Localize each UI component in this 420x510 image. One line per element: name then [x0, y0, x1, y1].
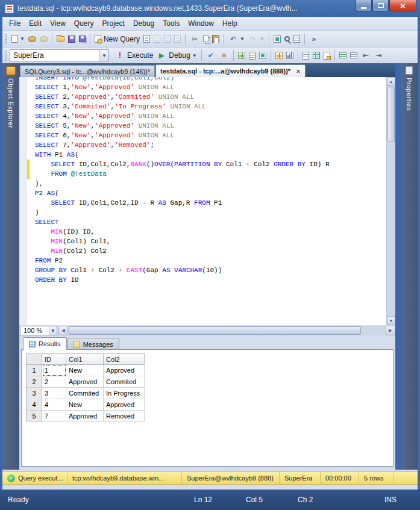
code-line[interactable]: SELECT 2,'Approved','Commited' UNION ALL	[27, 92, 386, 102]
toolbar-overflow-button[interactable]: »	[307, 33, 321, 45]
save-button[interactable]	[66, 34, 77, 44]
code-line[interactable]: FROM P2	[27, 256, 386, 266]
results-to-text-button[interactable]	[301, 51, 311, 61]
code-line[interactable]: SELECT 6,'New','Approved' UNION ALL	[27, 131, 386, 140]
code-editor[interactable]: INSERT INTO @TestData(ID,Col1,Col2)SELEC…	[19, 77, 395, 325]
scroll-right-icon[interactable]: ▶	[386, 326, 395, 335]
grid-cell[interactable]: 3	[42, 388, 66, 399]
minimize-button[interactable]	[356, 0, 372, 11]
analysis-services-query-button[interactable]	[152, 34, 162, 44]
new-query-button[interactable]: New Query	[93, 34, 142, 45]
activity-monitor-button[interactable]	[27, 35, 38, 43]
code-line[interactable]: P2 AS(	[27, 188, 386, 198]
maximize-button[interactable]	[372, 0, 389, 11]
mdx-query-button[interactable]	[162, 34, 172, 44]
code-line[interactable]: FROM @TestData	[27, 169, 386, 179]
chevron-down-icon[interactable]: ▼	[260, 36, 265, 42]
grid-cell[interactable]: 1	[42, 365, 66, 376]
tab-messages[interactable]: Messages	[67, 338, 119, 350]
code-line[interactable]: SELECT	[27, 217, 386, 227]
copy-button[interactable]	[201, 34, 210, 43]
properties-tab[interactable]: Properties	[401, 63, 418, 470]
decrease-indent-button[interactable]: ⇤	[359, 49, 372, 61]
horizontal-scroll-thumb[interactable]	[69, 326, 361, 335]
grid-cell[interactable]: New	[66, 365, 104, 376]
cancel-query-button[interactable]: ■	[218, 49, 231, 61]
grid-cell[interactable]: 4	[42, 399, 66, 411]
cut-button[interactable]: ✂	[188, 33, 201, 45]
code-line[interactable]: SELECT 4,'New','Approved' UNION ALL	[27, 111, 386, 121]
toolbar-grip[interactable]	[5, 51, 7, 61]
intellisense-enabled-button[interactable]	[272, 34, 283, 44]
debug-button[interactable]: ▶Debug▼	[155, 49, 198, 61]
code-line[interactable]: MIN(ID) ID,	[27, 227, 386, 237]
chevron-down-icon[interactable]: ▼	[99, 50, 108, 61]
grid-cell[interactable]: Approved	[66, 376, 104, 388]
grid-column-header[interactable]: Col2	[104, 353, 145, 365]
code-line[interactable]: ),	[27, 179, 386, 188]
tab-results[interactable]: Results	[23, 337, 67, 350]
grid-corner-cell[interactable]	[26, 353, 42, 365]
grid-column-header[interactable]: ID	[42, 353, 66, 365]
grid-cell[interactable]: Commited	[66, 388, 104, 399]
include-actual-plan-button[interactable]	[274, 51, 284, 60]
menu-project[interactable]: Project	[98, 17, 129, 30]
horizontal-scrollbar[interactable]: ◀ ▶	[58, 326, 395, 335]
scroll-down-icon[interactable]: ▼	[387, 316, 395, 325]
row-number[interactable]: 5	[26, 411, 42, 422]
save-all-button[interactable]	[77, 34, 87, 43]
toolbar-grip[interactable]	[5, 34, 7, 44]
menu-edit[interactable]: Edit	[25, 17, 46, 30]
chevron-down-icon[interactable]: ▼	[192, 53, 197, 58]
include-client-statistics-button[interactable]	[284, 51, 295, 60]
document-tab[interactable]: testdata.sql - tcp:...a@wvlhdcayb9 (888)…	[155, 64, 306, 77]
menu-window[interactable]: Window	[184, 17, 218, 30]
object-explorer-tab[interactable]: Object Explorer	[2, 63, 19, 470]
code-line[interactable]: MIN(Col2) Col2	[27, 246, 386, 256]
available-databases-button[interactable]	[38, 35, 49, 43]
zoom-selector[interactable]: 100 % ▼	[20, 326, 57, 335]
code-line[interactable]: MIN(Col1) Col1,	[27, 237, 386, 246]
horizontal-scroll-track[interactable]	[68, 326, 386, 335]
edit-intellisense-button[interactable]	[257, 51, 268, 60]
code-line[interactable]: SELECT 7,'Approved','Removed';	[27, 140, 386, 150]
grid-cell[interactable]: 7	[42, 411, 66, 422]
vertical-scroll-thumb[interactable]	[387, 87, 395, 142]
menu-file[interactable]: File	[5, 17, 25, 30]
parse-button[interactable]: ✔	[204, 49, 218, 61]
grid-cell[interactable]: In Progress	[104, 388, 145, 399]
database-selector[interactable]: SuperEra ▼	[10, 49, 109, 61]
menu-view[interactable]: View	[46, 17, 70, 30]
code-scroll-area[interactable]: INSERT INTO @TestData(ID,Col1,Col2)SELEC…	[27, 77, 386, 325]
document-tab[interactable]: SQLQuery3.sql - tc...@wvlhdcayb9 (146))*	[20, 65, 155, 77]
scroll-left-icon[interactable]: ◀	[58, 326, 68, 335]
increase-indent-button[interactable]: ⇥	[372, 49, 386, 61]
title-bar[interactable]: testdata.sql - tcp:wvlhdcayb9.database.w…	[0, 0, 420, 17]
row-number[interactable]: 3	[26, 388, 42, 399]
query-options-button[interactable]	[247, 51, 257, 61]
grid-cell[interactable]: Approved	[104, 399, 145, 411]
grid-cell[interactable]: Approved	[66, 411, 104, 422]
xmla-query-button[interactable]	[172, 34, 183, 44]
new-item-button[interactable]: ▼	[10, 34, 27, 44]
code-line[interactable]: INSERT INTO @TestData(ID,Col1,Col2)	[27, 77, 386, 82]
vertical-scroll-track[interactable]	[387, 86, 395, 316]
menu-help[interactable]: Help	[218, 17, 242, 30]
close-button[interactable]: ×	[389, 0, 416, 11]
chevron-down-icon[interactable]: ▼	[240, 36, 245, 42]
tab-close-icon[interactable]: ×	[296, 67, 301, 75]
undo-button[interactable]: ↶▼	[227, 33, 246, 45]
row-number[interactable]: 4	[26, 399, 42, 411]
grid-cell[interactable]: Removed	[104, 411, 145, 422]
menu-debug[interactable]: Debug	[129, 17, 158, 30]
code-line[interactable]: ORDER BY ID	[27, 275, 386, 285]
grid-column-header[interactable]: Col1	[66, 353, 104, 365]
menu-tools[interactable]: Tools	[158, 17, 184, 30]
grid-cell[interactable]: Approved	[104, 365, 145, 376]
paste-button[interactable]	[210, 34, 221, 44]
row-number[interactable]: 1	[26, 365, 42, 376]
results-to-grid-button[interactable]	[311, 51, 322, 60]
code-line[interactable]: SELECT 5,'New','Approved' UNION ALL	[27, 121, 386, 131]
database-engine-query-button[interactable]	[142, 34, 152, 44]
code-line[interactable]: SELECT 3,'Commited','In Progress' UNION …	[27, 102, 386, 111]
